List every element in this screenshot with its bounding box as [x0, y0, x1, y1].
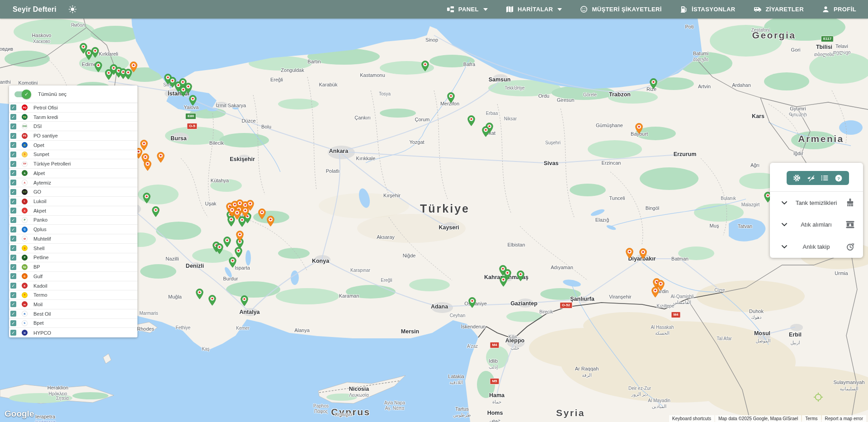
- brand-row-panko: ✓PPanko: [9, 216, 137, 225]
- brand-checkbox[interactable]: ✓: [10, 152, 16, 157]
- svg-text:?: ?: [837, 175, 840, 180]
- brand-label: BP: [33, 264, 40, 270]
- map-marker-green[interactable]: [482, 126, 490, 139]
- map-marker-green[interactable]: [650, 78, 657, 91]
- map-marker-green[interactable]: [208, 295, 216, 308]
- brand-checkbox[interactable]: ✓: [10, 161, 16, 167]
- map-marker-green[interactable]: [105, 69, 113, 82]
- settings-icon[interactable]: [793, 174, 801, 182]
- nav-m-teri-i-kayetleri[interactable]: MÜŞTERİ ŞİKAYETLERİ: [580, 5, 661, 13]
- nav-i-stasyonlar[interactable]: İSTASYONLAR: [680, 5, 736, 13]
- brand-row-hypco: ✓HHYPCO: [9, 328, 137, 337]
- map-data-text: Map data ©2025 Google, Mapa GISrael: [715, 415, 801, 422]
- brand-checkbox[interactable]: ✓: [10, 199, 16, 204]
- map-marker-orange[interactable]: [639, 248, 647, 261]
- nav-label: ZİYARETLER: [766, 6, 804, 13]
- brand-checkbox[interactable]: ✓: [10, 236, 16, 242]
- brand-row-shell: ✓SShell: [9, 244, 137, 253]
- map-marker-green[interactable]: [241, 295, 248, 308]
- map-marker-green[interactable]: [189, 95, 197, 108]
- brand-checkbox[interactable]: ✓: [10, 264, 16, 270]
- map-marker-green[interactable]: [447, 92, 455, 105]
- crosshair-icon[interactable]: [813, 392, 823, 404]
- hide-icon[interactable]: [807, 174, 815, 182]
- brand-logo: PS: [22, 133, 28, 139]
- brand-logo: H: [22, 330, 28, 336]
- layer-item-tank-temizlikleri[interactable]: Tank temizlikleri: [770, 192, 863, 214]
- google-logo[interactable]: Google: [5, 409, 34, 419]
- map-marker-orange[interactable]: [258, 209, 266, 221]
- map-marker-green[interactable]: [94, 62, 102, 74]
- map-marker-orange[interactable]: [233, 209, 241, 222]
- map-marker-orange[interactable]: [236, 231, 244, 243]
- nav-hari-talar[interactable]: HARİTALAR: [506, 5, 562, 13]
- brand-row-moil: ✓mMoil: [9, 300, 137, 309]
- map-marker-green[interactable]: [517, 270, 524, 283]
- map-marker-green[interactable]: [468, 297, 476, 310]
- map-marker-orange[interactable]: [241, 207, 249, 219]
- nav-panel[interactable]: PANEL: [447, 5, 488, 13]
- help-icon[interactable]: ?: [835, 174, 843, 182]
- brand-row-aytemiz: ✓AAytemiz: [9, 178, 137, 188]
- brand-checkbox[interactable]: ✓: [10, 320, 16, 326]
- brand-checkbox[interactable]: ✓: [10, 133, 16, 139]
- map-marker-orange[interactable]: [130, 62, 137, 74]
- brand-checkbox[interactable]: ✓: [10, 301, 16, 307]
- brand-label: Best Oil: [33, 311, 51, 317]
- brand-row-qplus: ✓QQplus: [9, 225, 137, 234]
- map-marker-green[interactable]: [229, 257, 236, 270]
- select-all-toggle[interactable]: ✓: [14, 91, 30, 97]
- brand-checkbox[interactable]: ✓: [10, 255, 16, 261]
- map-marker-green[interactable]: [91, 47, 99, 60]
- map-marker-green[interactable]: [421, 61, 429, 73]
- map-marker-green[interactable]: [143, 193, 151, 205]
- map-marker-orange[interactable]: [626, 248, 633, 261]
- brand-checkbox[interactable]: ✓: [10, 114, 16, 120]
- map-marker-orange[interactable]: [267, 216, 274, 228]
- nav-profi-l[interactable]: PROFİL: [822, 5, 856, 13]
- brand-checkbox[interactable]: ✓: [10, 227, 16, 232]
- brand-logo: DSİ: [22, 123, 28, 129]
- map-marker-green[interactable]: [223, 237, 231, 249]
- map-marker-orange[interactable]: [144, 160, 151, 173]
- map-marker-green[interactable]: [196, 289, 203, 301]
- brand-checkbox[interactable]: ✓: [10, 217, 16, 223]
- brand-row-opet: ✓OOpet: [9, 141, 137, 150]
- brand-checkbox[interactable]: ✓: [10, 311, 16, 317]
- brand-row-akpet: ✓AAkpet: [9, 206, 137, 216]
- brand-checkbox[interactable]: ✓: [10, 330, 16, 336]
- nav-label: PROFİL: [834, 6, 856, 13]
- map-marker-green[interactable]: [500, 276, 507, 289]
- brand-row-muhtelif: ✓MMuhtelif: [9, 234, 137, 244]
- nav-zi-yaretler[interactable]: ZİYARETLER: [754, 6, 804, 13]
- map-marker-green[interactable]: [467, 115, 475, 128]
- map-marker-green[interactable]: [184, 83, 192, 95]
- brand-logo: P: [22, 255, 28, 261]
- map-marker-green[interactable]: [152, 206, 160, 219]
- sun-icon[interactable]: [68, 5, 77, 14]
- brand-label: Türkiye Petrolleri: [33, 161, 71, 166]
- brand-checkbox[interactable]: ✓: [10, 170, 16, 176]
- brand-checkbox[interactable]: ✓: [10, 123, 16, 129]
- map-marker-orange[interactable]: [635, 123, 643, 136]
- brand-checkbox[interactable]: ✓: [10, 273, 16, 279]
- list-icon[interactable]: [821, 175, 828, 181]
- terms-link[interactable]: Terms: [802, 415, 821, 422]
- brand-checkbox[interactable]: ✓: [10, 208, 16, 213]
- brand-checkbox[interactable]: ✓: [10, 189, 16, 195]
- brand-row-bpet: ✓bBpet: [9, 319, 137, 328]
- map-marker-green[interactable]: [216, 243, 223, 256]
- brand-row-petline: ✓PPetline: [9, 253, 137, 263]
- brand-checkbox[interactable]: ✓: [10, 104, 16, 110]
- map-marker-orange[interactable]: [157, 152, 165, 165]
- brand-checkbox[interactable]: ✓: [10, 283, 16, 289]
- keyboard-shortcuts-link[interactable]: Keyboard shortcuts: [669, 415, 714, 422]
- brand-checkbox[interactable]: ✓: [10, 292, 16, 298]
- map-marker-orange[interactable]: [657, 280, 665, 293]
- brand-checkbox[interactable]: ✓: [10, 245, 16, 251]
- report-map-error-link[interactable]: Report a map error: [822, 415, 866, 422]
- layer-item-anl-k-takip[interactable]: Anlık takip: [770, 236, 863, 258]
- brand-checkbox[interactable]: ✓: [10, 142, 16, 148]
- layer-item-at-k-al-mlar[interactable]: Atık alımları: [770, 214, 863, 236]
- brand-checkbox[interactable]: ✓: [10, 180, 16, 185]
